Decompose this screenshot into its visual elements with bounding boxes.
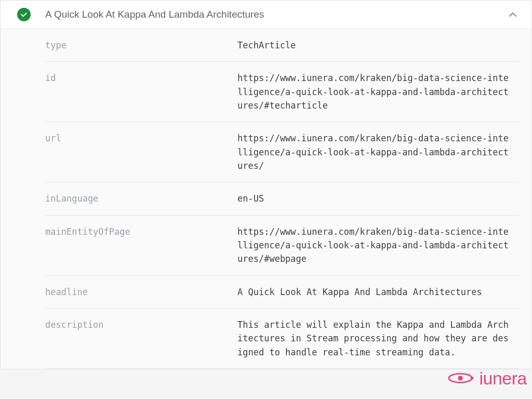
table-row: description This article will explain th…	[45, 309, 519, 369]
chevron-up-icon[interactable]	[507, 8, 519, 21]
row-key: type	[45, 38, 237, 52]
row-value: en-US	[237, 192, 519, 205]
svg-point-2	[471, 377, 474, 380]
watermark: iunera	[447, 367, 527, 390]
row-value: https://www.iunera.com/kraken/big-data-s…	[237, 225, 519, 266]
row-value: TechArticle	[237, 38, 519, 52]
table-row: id https://www.iunera.com/kraken/big-dat…	[45, 62, 519, 122]
row-key: mainEntityOfPage	[45, 225, 237, 266]
table-row: inLanguage en-US	[45, 182, 519, 215]
svg-point-1	[458, 376, 463, 380]
row-key: headline	[45, 285, 237, 299]
panel-title: A Quick Look At Kappa And Lambda Archite…	[45, 9, 507, 20]
structured-data-panel: A Quick Look At Kappa And Lambda Archite…	[0, 0, 532, 369]
row-value: https://www.iunera.com/kraken/big-data-s…	[237, 71, 519, 112]
table-row: type TechArticle	[45, 29, 519, 62]
row-key: id	[45, 71, 237, 112]
check-circle-icon	[17, 8, 31, 21]
table-row: headline A Quick Look At Kappa And Lambd…	[45, 276, 519, 309]
row-value: This article will explain the Kappa and …	[237, 318, 519, 359]
row-key: inLanguage	[45, 192, 237, 205]
table-row: mainEntityOfPage https://www.iunera.com/…	[45, 216, 519, 276]
row-key: description	[45, 318, 237, 359]
row-value: A Quick Look At Kappa And Lambda Archite…	[237, 285, 519, 299]
details-table: type TechArticle id https://www.iunera.c…	[1, 29, 531, 369]
panel-header[interactable]: A Quick Look At Kappa And Lambda Archite…	[1, 1, 531, 29]
row-value: https://www.iunera.com/kraken/big-data-s…	[237, 131, 519, 172]
row-key: url	[45, 131, 237, 172]
watermark-text: iunera	[479, 368, 527, 389]
iunera-logo-icon	[447, 367, 476, 390]
table-row: url https://www.iunera.com/kraken/big-da…	[45, 122, 519, 182]
